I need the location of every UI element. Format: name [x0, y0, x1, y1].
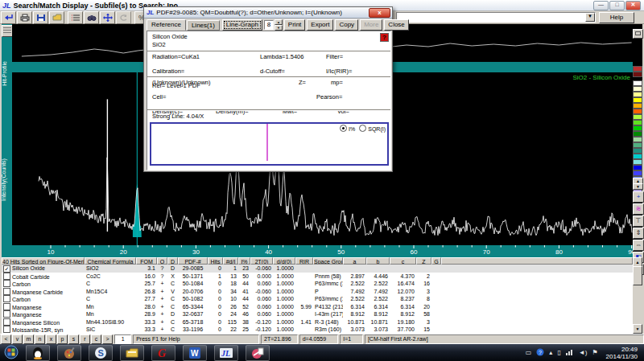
table-row[interactable]: CarbonC27.7+C50-1082010440.0601.0000P63/…: [2, 295, 633, 303]
palette-swatch[interactable]: [633, 103, 642, 109]
row-checkbox[interactable]: [3, 326, 10, 333]
sheet-nav-button[interactable]: c: [91, 334, 101, 344]
printer-icon[interactable]: [17, 11, 32, 24]
combo-dropdown-icon[interactable]: ▼: [585, 13, 595, 22]
palette-swatch[interactable]: [633, 137, 642, 142]
palette-swatch[interactable]: [633, 120, 642, 125]
table-row[interactable]: ✓Silicon OxideSiO23.1?D29-00850123-0.060…: [2, 265, 633, 273]
palette-swatch[interactable]: [633, 170, 642, 176]
spin-down-icon[interactable]: ▼: [275, 25, 283, 31]
palette-swatch[interactable]: [633, 66, 642, 72]
tray-network-icon[interactable]: [566, 348, 574, 357]
palette-spin-down-icon[interactable]: ▼: [633, 183, 643, 190]
save-icon[interactable]: [33, 11, 48, 24]
palette-swatch[interactable]: [633, 148, 642, 154]
row-checkbox[interactable]: [3, 318, 10, 326]
palette-swatch[interactable]: [633, 142, 642, 148]
taskbar-app-g-app[interactable]: G: [151, 345, 175, 361]
column-header[interactable]: Z: [416, 257, 431, 265]
palette-swatch[interactable]: [633, 86, 642, 92]
taskbar-app-word[interactable]: W: [183, 345, 207, 361]
export-icon[interactable]: [49, 11, 64, 24]
tray-qq-tray-icon[interactable]: ?: [536, 348, 544, 358]
tray-caret-icon[interactable]: ▴: [549, 349, 552, 356]
strong-line-graph[interactable]: I%SQR(I): [150, 122, 389, 166]
sheet-nav-button[interactable]: x: [46, 334, 56, 344]
tray-flag-icon[interactable]: ⚑: [592, 349, 597, 356]
palette-swatch[interactable]: [633, 80, 642, 86]
table-row[interactable]: Manganese SiliconMn44.10Si8.9033.3+C65-3…: [2, 318, 633, 326]
line-graph-button[interactable]: Line-Graph: [222, 19, 262, 31]
row-checkbox[interactable]: [3, 295, 10, 302]
palette-swatch[interactable]: [633, 165, 642, 170]
sheet-nav-button[interactable]: s: [68, 334, 79, 344]
move-icon[interactable]: [100, 11, 115, 24]
tray-clipboard-icon[interactable]: ▯: [557, 349, 560, 356]
column-header[interactable]: 2T(0): [250, 257, 273, 265]
export-button[interactable]: Export: [307, 19, 333, 31]
palette-swatch[interactable]: [633, 109, 642, 114]
pan-icon[interactable]: +: [633, 191, 644, 203]
palette-swatch[interactable]: [633, 125, 642, 131]
scroll-thumb[interactable]: [633, 266, 642, 285]
table-row[interactable]: Manganese CarbideMn15C426.8+V20-07060344…: [2, 288, 633, 296]
restore-button[interactable]: □: [609, 1, 625, 10]
taskbar-app-qq[interactable]: [26, 345, 50, 361]
dialog-close-icon[interactable]: x: [369, 8, 390, 18]
tab-lines[interactable]: Lines(1): [187, 20, 220, 31]
column-header[interactable]: c: [390, 257, 416, 265]
profile-toggle-button[interactable]: [2, 25, 13, 37]
sheet-nav-button[interactable]: <: [1, 334, 11, 344]
fit-vertical-icon[interactable]: ⇕: [633, 228, 644, 239]
copy-button[interactable]: Copy: [335, 19, 358, 31]
start-button[interactable]: [4, 345, 19, 361]
fit-horizontal-icon[interactable]: ⇔: [633, 240, 644, 251]
palette-swatch[interactable]: [633, 131, 642, 137]
column-header[interactable]: Hits: [208, 257, 223, 265]
table-row[interactable]: ManganeseMn28.9+D32-0637024460.0601.0000…: [2, 310, 633, 318]
palette-swatch[interactable]: [633, 72, 642, 77]
binoculars-icon[interactable]: [84, 11, 99, 24]
print-button[interactable]: Print: [284, 19, 305, 31]
dialog-titlebar[interactable]: JL PDF#29-0085: QM=Doubtful(?); d=Other/…: [144, 7, 392, 18]
taskbar-app-explorer[interactable]: [120, 345, 144, 361]
column-header[interactable]: [441, 257, 633, 265]
sheet-nav-button[interactable]: v: [12, 334, 23, 344]
column-header[interactable]: #d/I: [223, 257, 238, 265]
column-header[interactable]: Q: [157, 257, 167, 265]
graph-count-input[interactable]: 8: [264, 20, 274, 30]
palette-swatch[interactable]: [633, 114, 642, 120]
row-checkbox[interactable]: [3, 310, 10, 318]
help-button[interactable]: Help: [599, 12, 634, 23]
column-header[interactable]: FOM: [136, 257, 157, 265]
minimize-button[interactable]: —: [593, 1, 609, 10]
palette-swatch[interactable]: [633, 97, 642, 103]
row-checkbox[interactable]: ✓: [3, 265, 10, 273]
column-header[interactable]: b: [366, 257, 390, 265]
table-row[interactable]: Cobalt CarbideCo2C16.0?X50-1371113500.00…: [2, 273, 633, 281]
column-header[interactable]: Space Group: [313, 257, 343, 265]
table-scrollbar[interactable]: ▲ ▼: [633, 257, 642, 334]
taskbar-app-sogou[interactable]: S: [89, 345, 113, 361]
column-header[interactable]: a: [343, 257, 366, 265]
column-header[interactable]: I%: [238, 257, 250, 265]
row-checkbox[interactable]: [3, 280, 10, 287]
taskbar-app-jade[interactable]: JL: [214, 345, 238, 361]
radio-i%[interactable]: I%: [340, 126, 355, 132]
sheet-nav-button[interactable]: m: [23, 334, 34, 344]
close-button[interactable]: Close: [384, 19, 408, 31]
tab-reference[interactable]: Reference: [147, 19, 186, 31]
column-header[interactable]: 40 Hits Sorted on Figure-Of-Merit: [2, 257, 85, 265]
taskbar-app-paint[interactable]: [57, 345, 81, 361]
taskbar-clock[interactable]: 20:49 2014/11/30: [606, 346, 638, 360]
column-header[interactable]: d/d(0): [273, 257, 295, 265]
table-row[interactable]: CarbonC25.7+C50-1084018440.0601.0000P63/…: [2, 280, 633, 288]
palette-swatch[interactable]: [633, 92, 642, 97]
list-icon[interactable]: [68, 11, 83, 24]
refresh-icon[interactable]: [116, 11, 131, 24]
trace-icon[interactable]: ≋: [633, 203, 644, 215]
table-row[interactable]: Moissanite-15R, synSiC33.3+C33-119602225…: [2, 326, 633, 334]
column-header[interactable]: PDF-#: [178, 257, 208, 265]
close-button[interactable]: ✕: [625, 1, 641, 10]
column-header[interactable]: RIR: [295, 257, 313, 265]
